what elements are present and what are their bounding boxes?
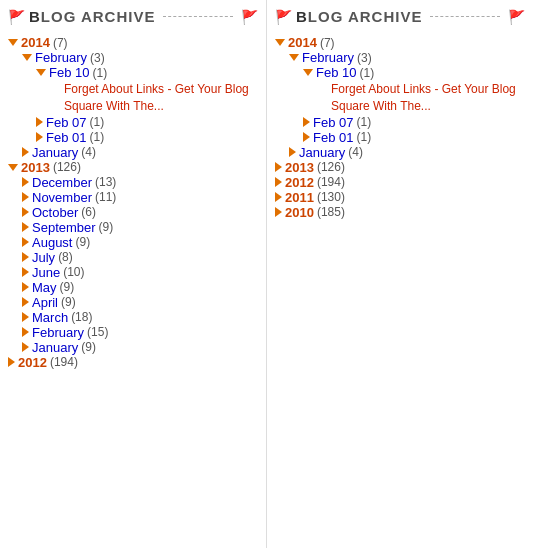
collapse-arrow[interactable] <box>289 54 299 61</box>
month-link[interactable]: July <box>32 250 55 265</box>
expand-arrow[interactable] <box>275 177 282 187</box>
tree-item: June (10) <box>8 265 258 280</box>
year-link[interactable]: 2012 <box>18 355 47 370</box>
month-link[interactable]: October <box>32 205 78 220</box>
month-link[interactable]: November <box>32 190 92 205</box>
tree-row[interactable]: 2010 (185) <box>275 205 525 220</box>
tree-row[interactable]: 2011 (130) <box>275 190 525 205</box>
tree-row[interactable]: October (6) <box>22 205 258 220</box>
collapse-arrow[interactable] <box>36 69 46 76</box>
year-link[interactable]: 2014 <box>288 35 317 50</box>
collapse-arrow[interactable] <box>303 69 313 76</box>
tree-row[interactable]: June (10) <box>22 265 258 280</box>
expand-arrow[interactable] <box>22 342 29 352</box>
tree-row[interactable]: March (18) <box>22 310 258 325</box>
expand-arrow[interactable] <box>22 267 29 277</box>
month-link[interactable]: December <box>32 175 92 190</box>
expand-arrow[interactable] <box>22 192 29 202</box>
left-title: BLOG ARCHIVE <box>29 8 155 25</box>
tree-row[interactable]: 2014 (7) <box>8 35 258 50</box>
flag-icon-left2: 🚩 <box>241 9 258 25</box>
month-link[interactable]: February <box>302 50 354 65</box>
right-scroll-area[interactable]: 🚩 BLOG ARCHIVE 🚩 2014 (7)February (3)Feb… <box>267 0 533 548</box>
month-link[interactable]: January <box>32 340 78 355</box>
year-link[interactable]: 2011 <box>285 190 314 205</box>
day-link[interactable]: Feb 01 <box>46 130 86 145</box>
expand-arrow[interactable] <box>22 297 29 307</box>
expand-arrow[interactable] <box>22 222 29 232</box>
expand-arrow[interactable] <box>22 282 29 292</box>
expand-arrow[interactable] <box>303 132 310 142</box>
tree-row[interactable]: May (9) <box>22 280 258 295</box>
expand-arrow[interactable] <box>275 207 282 217</box>
day-link[interactable]: Feb 10 <box>49 65 89 80</box>
expand-arrow[interactable] <box>8 357 15 367</box>
year-link[interactable]: 2010 <box>285 205 314 220</box>
flag-icon-right: 🚩 <box>275 9 292 25</box>
year-link[interactable]: 2012 <box>285 175 314 190</box>
tree-row[interactable]: February (3) <box>289 50 525 65</box>
tree-item: April (9) <box>8 295 258 310</box>
expand-arrow[interactable] <box>22 207 29 217</box>
month-link[interactable]: May <box>32 280 57 295</box>
tree-row[interactable]: Feb 01 (1) <box>36 130 258 145</box>
collapse-arrow[interactable] <box>8 164 18 171</box>
year-link[interactable]: 2013 <box>285 160 314 175</box>
month-link[interactable]: April <box>32 295 58 310</box>
tree-row[interactable]: February (3) <box>22 50 258 65</box>
collapse-arrow[interactable] <box>22 54 32 61</box>
expand-arrow[interactable] <box>22 312 29 322</box>
expand-arrow[interactable] <box>275 162 282 172</box>
month-link[interactable]: January <box>32 145 78 160</box>
year-link[interactable]: 2013 <box>21 160 50 175</box>
expand-arrow[interactable] <box>275 192 282 202</box>
expand-arrow[interactable] <box>22 147 29 157</box>
tree-row[interactable]: January (4) <box>22 145 258 160</box>
tree-row[interactable]: 2012 (194) <box>8 355 258 370</box>
tree-row[interactable]: 2013 (126) <box>8 160 258 175</box>
tree-row[interactable]: Feb 10 (1) <box>303 65 525 80</box>
day-link[interactable]: Feb 07 <box>46 115 86 130</box>
tree-row[interactable]: 2012 (194) <box>275 175 525 190</box>
tree-row[interactable]: August (9) <box>22 235 258 250</box>
expand-arrow[interactable] <box>22 252 29 262</box>
expand-arrow[interactable] <box>289 147 296 157</box>
tree-row[interactable]: Feb 01 (1) <box>303 130 525 145</box>
tree-row[interactable]: Feb 07 (1) <box>303 115 525 130</box>
tree-row[interactable]: July (8) <box>22 250 258 265</box>
tree-row[interactable]: Feb 07 (1) <box>36 115 258 130</box>
tree-row[interactable]: 2013 (126) <box>275 160 525 175</box>
year-link[interactable]: 2014 <box>21 35 50 50</box>
day-link[interactable]: Feb 10 <box>316 65 356 80</box>
collapse-arrow[interactable] <box>8 39 18 46</box>
expand-arrow[interactable] <box>22 237 29 247</box>
expand-arrow[interactable] <box>303 117 310 127</box>
month-link[interactable]: February <box>35 50 87 65</box>
tree-row[interactable]: December (13) <box>22 175 258 190</box>
month-link[interactable]: March <box>32 310 68 325</box>
month-link[interactable]: September <box>32 220 96 235</box>
tree-row[interactable]: January (9) <box>22 340 258 355</box>
month-link[interactable]: January <box>299 145 345 160</box>
month-link[interactable]: June <box>32 265 60 280</box>
expand-arrow[interactable] <box>22 177 29 187</box>
tree-row[interactable]: 2014 (7) <box>275 35 525 50</box>
tree-row[interactable]: February (15) <box>22 325 258 340</box>
tree-row[interactable]: January (4) <box>289 145 525 160</box>
expand-arrow[interactable] <box>36 117 43 127</box>
post-link[interactable]: Forget About Links - Get Your Blog Squar… <box>331 81 525 115</box>
month-link[interactable]: August <box>32 235 72 250</box>
day-link[interactable]: Feb 01 <box>313 130 353 145</box>
expand-arrow[interactable] <box>36 132 43 142</box>
post-link[interactable]: Forget About Links - Get Your Blog Squar… <box>64 81 258 115</box>
tree-row[interactable]: September (9) <box>22 220 258 235</box>
tree-row[interactable]: November (11) <box>22 190 258 205</box>
collapse-arrow[interactable] <box>275 39 285 46</box>
day-link[interactable]: Feb 07 <box>313 115 353 130</box>
expand-arrow[interactable] <box>22 327 29 337</box>
children-container: February (3)Feb 10 (1)Forget About Links… <box>8 50 258 160</box>
month-link[interactable]: February <box>32 325 84 340</box>
tree-row[interactable]: Feb 10 (1) <box>36 65 258 80</box>
tree-row[interactable]: April (9) <box>22 295 258 310</box>
item-count: (9) <box>81 340 96 354</box>
